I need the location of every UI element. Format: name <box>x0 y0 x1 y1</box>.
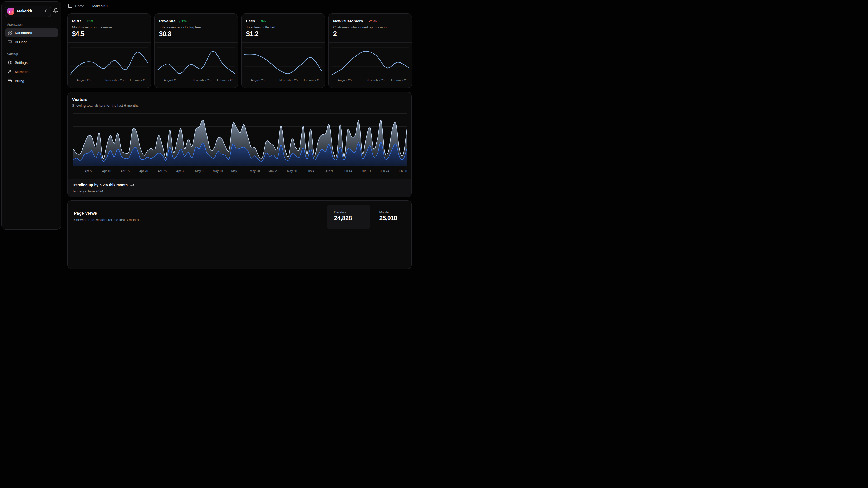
x-axis-tick-label: February 26 <box>217 79 233 82</box>
arrow-up-icon: ↑ <box>84 20 86 23</box>
breadcrumb: Home Makerkit 1 <box>68 3 108 8</box>
x-axis-tick-label: August 25 <box>164 79 178 82</box>
x-axis-tick-label: November 25 <box>366 79 384 82</box>
sidebar-nav: ApplicationDashboardAI ChatSettingsSetti… <box>5 22 58 86</box>
sidebar-section-label: Application <box>7 23 56 26</box>
stat-card-x-axis: August 25November 25February 26 <box>242 79 325 83</box>
sidebar-item-label: Dashboard <box>15 31 32 35</box>
stat-card-description: Customers who signed up this month <box>333 25 390 29</box>
x-axis-tick-label: Jun 4 <box>307 169 314 173</box>
panel-left-icon[interactable] <box>68 3 73 8</box>
x-axis-tick-label: Apr 15 <box>121 169 130 173</box>
page-views-title: Page Views <box>74 211 97 216</box>
sidebar-item-dashboard[interactable]: Dashboard <box>5 28 58 37</box>
workspace-selector[interactable]: m Makerkit <box>5 5 51 17</box>
x-axis-tick-label: February 26 <box>391 79 407 82</box>
toggle-value: 24,828 <box>334 215 352 222</box>
sidebar-item-members[interactable]: Members <box>5 67 58 76</box>
stat-card-value: $4.5 <box>72 30 85 38</box>
toggle-label: Desktop <box>334 210 346 214</box>
stat-card-x-axis: August 25November 25February 26 <box>68 79 151 83</box>
sidebar-item-label: Billing <box>15 79 24 83</box>
sidebar-section-label: Settings <box>7 52 56 56</box>
visitors-date-range: January - June 2024 <box>72 189 103 193</box>
stat-card-title: New Customers <box>333 19 363 23</box>
stat-card-delta-badge: ↑12% <box>179 20 188 23</box>
x-axis-tick-label: November 25 <box>105 79 124 82</box>
stat-card-value: $1.2 <box>246 30 258 38</box>
sidebar-section-settings: SettingsSettingsMembersBilling <box>5 52 58 85</box>
stat-card-sparkline-chart[interactable] <box>242 43 325 80</box>
stat-card-description: Monthly recurring revenue <box>72 25 112 29</box>
visitors-subtitle: Showing total visitors for the last 6 mo… <box>72 104 139 108</box>
sidebar: m Makerkit ApplicationDashboardAI ChatSe… <box>1 1 61 230</box>
notifications-button[interactable] <box>53 8 59 14</box>
breadcrumb-home-link[interactable]: Home <box>75 4 84 8</box>
page-views-toggle-desktop[interactable]: Desktop24,828 <box>327 205 370 229</box>
x-axis-tick-label: November 25 <box>279 79 298 82</box>
visitors-title: Visitors <box>72 97 87 102</box>
sidebar-item-label: Members <box>15 70 30 74</box>
stat-card-delta-badge: ↑20% <box>84 20 93 23</box>
stat-card-sparkline-chart[interactable] <box>329 43 412 80</box>
x-axis-tick-label: February 26 <box>130 79 146 82</box>
divider <box>329 42 412 43</box>
sidebar-item-settings[interactable]: Settings <box>5 58 58 67</box>
stat-card-title-row: MRR↑20% <box>72 19 93 23</box>
message-square-icon <box>8 40 12 44</box>
stat-card-sparkline-chart[interactable] <box>155 43 238 80</box>
visitors-card: Visitors Showing total visitors for the … <box>67 92 412 197</box>
breadcrumb-current: Makerkit 1 <box>92 4 108 8</box>
workspace-name: Makerkit <box>17 6 32 17</box>
divider <box>68 42 151 43</box>
x-axis-tick-label: Jun 24 <box>380 169 389 173</box>
workspace-logo: m <box>7 8 14 15</box>
arrow-down-icon: ↓ <box>366 20 368 23</box>
sidebar-item-label: AI Chat <box>15 40 27 44</box>
stat-card-title: Fees <box>246 19 255 23</box>
stat-card-x-axis: August 25November 25February 26 <box>329 79 412 83</box>
stat-card-new-customers: New Customers↓-25%Customers who signed u… <box>329 13 412 88</box>
divider <box>242 42 325 43</box>
arrow-up-icon: ↑ <box>258 20 260 23</box>
x-axis-tick-label: Apr 10 <box>102 169 111 173</box>
stat-card-fees: Fees↑9%Total fees collected$1.2August 25… <box>242 13 325 88</box>
stat-cards-row: MRR↑20%Monthly recurring revenue$4.5Augu… <box>67 13 412 88</box>
visitors-footer: Trending up by 5.2% this month January -… <box>68 179 411 197</box>
arrow-up-icon: ↑ <box>179 20 180 23</box>
page-views-card: Page Views Showing total visitors for th… <box>67 200 412 232</box>
stat-card-title: MRR <box>72 19 81 23</box>
stat-card-title-row: Revenue↑12% <box>159 19 188 23</box>
visitors-area-chart[interactable] <box>68 111 411 174</box>
visitors-trend-text: Trending up by 5.2% this month <box>72 183 128 187</box>
stat-card-delta-value: 12% <box>181 20 188 23</box>
sidebar-item-billing[interactable]: Billing <box>5 77 58 85</box>
chevron-right-icon <box>87 4 90 8</box>
chevrons-up-down-icon <box>44 9 48 13</box>
toggle-value: 25,010 <box>379 215 397 222</box>
stat-card-mrr: MRR↑20%Monthly recurring revenue$4.5Augu… <box>67 13 151 88</box>
stat-card-value: $0.8 <box>159 30 172 38</box>
user-icon <box>8 69 12 74</box>
x-axis-tick-label: Apr 20 <box>139 169 148 173</box>
stat-card-x-axis: August 25November 25February 26 <box>155 79 238 83</box>
stat-card-delta-badge: ↑9% <box>258 20 266 23</box>
stat-card-delta-value: 9% <box>261 20 266 23</box>
sidebar-item-label: Settings <box>15 61 28 64</box>
stat-card-delta-value: -25% <box>369 20 377 23</box>
x-axis-tick-label: May 20 <box>250 169 260 173</box>
stat-card-delta-badge: ↓-25% <box>366 20 376 23</box>
x-axis-tick-label: Jun 14 <box>343 169 352 173</box>
gear-icon <box>8 60 12 64</box>
bell-icon <box>53 8 59 13</box>
sidebar-item-ai-chat[interactable]: AI Chat <box>5 38 58 46</box>
page-views-subtitle: Showing total visitors for the last 3 mo… <box>74 218 141 222</box>
main-content: Home Makerkit 1 MRR↑20%Monthly recurring… <box>65 0 413 232</box>
x-axis-tick-label: August 25 <box>77 79 91 82</box>
sidebar-section-application: ApplicationDashboardAI Chat <box>5 23 58 46</box>
stat-card-sparkline-chart[interactable] <box>68 43 151 80</box>
x-axis-tick-label: May 5 <box>195 169 203 173</box>
page-views-toggle-mobile[interactable]: Mobile25,010 <box>373 205 413 229</box>
stat-card-description: Total revenue including fees <box>159 25 202 29</box>
trending-up-icon <box>130 183 134 187</box>
